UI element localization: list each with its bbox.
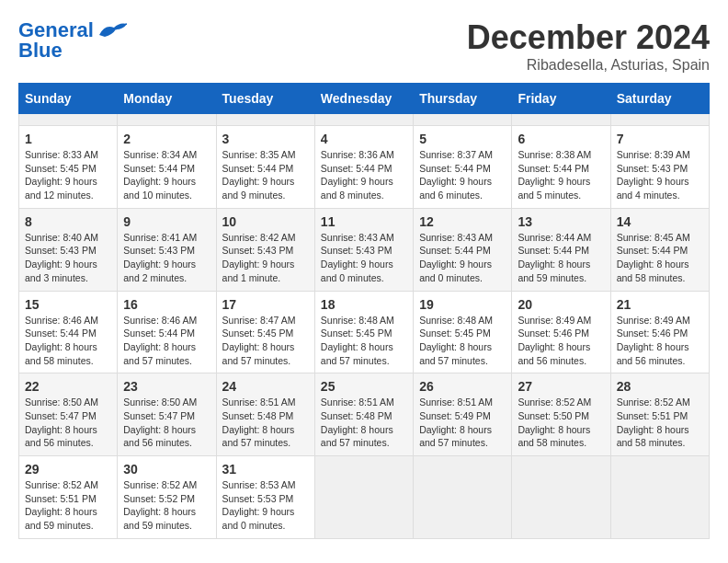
- day-number: 11: [321, 214, 407, 229]
- day-content: Sunrise: 8:42 AMSunset: 5:43 PMDaylight:…: [222, 231, 309, 285]
- day-cell: 8Sunrise: 8:40 AMSunset: 5:43 PMDaylight…: [19, 208, 118, 291]
- day-content: Sunrise: 8:35 AMSunset: 5:44 PMDaylight:…: [222, 148, 309, 202]
- day-content: Sunrise: 8:43 AMSunset: 5:44 PMDaylight:…: [419, 231, 506, 285]
- day-content: Sunrise: 8:46 AMSunset: 5:44 PMDaylight:…: [123, 314, 210, 368]
- day-cell: [610, 456, 709, 539]
- day-number: 9: [123, 214, 210, 229]
- day-cell: [414, 456, 512, 539]
- day-cell: 1Sunrise: 8:33 AMSunset: 5:45 PMDaylight…: [19, 126, 118, 209]
- logo-bird-icon: [96, 20, 129, 40]
- day-number: 10: [222, 214, 309, 229]
- day-content: Sunrise: 8:47 AMSunset: 5:45 PMDaylight:…: [222, 314, 309, 368]
- day-content: Sunrise: 8:51 AMSunset: 5:48 PMDaylight:…: [222, 396, 309, 450]
- day-content: Sunrise: 8:48 AMSunset: 5:45 PMDaylight:…: [321, 314, 407, 368]
- day-number: 1: [25, 132, 111, 146]
- header-monday: Monday: [118, 84, 216, 114]
- day-number: 20: [518, 297, 604, 312]
- day-cell: 24Sunrise: 8:51 AMSunset: 5:48 PMDayligh…: [216, 373, 314, 456]
- day-cell: [19, 114, 118, 126]
- day-content: Sunrise: 8:50 AMSunset: 5:47 PMDaylight:…: [25, 396, 111, 450]
- header-wednesday: Wednesday: [314, 84, 413, 114]
- month-title: December 2024: [467, 18, 710, 57]
- week-row-1: 1Sunrise: 8:33 AMSunset: 5:45 PMDaylight…: [19, 126, 710, 209]
- day-number: 5: [419, 132, 506, 146]
- day-cell: 14Sunrise: 8:45 AMSunset: 5:44 PMDayligh…: [610, 208, 709, 291]
- day-cell: 26Sunrise: 8:51 AMSunset: 5:49 PMDayligh…: [414, 373, 512, 456]
- header-friday: Friday: [512, 84, 610, 114]
- day-cell: 13Sunrise: 8:44 AMSunset: 5:44 PMDayligh…: [512, 208, 610, 291]
- day-number: 13: [518, 214, 604, 229]
- day-number: 2: [123, 132, 210, 146]
- day-cell: [216, 114, 314, 126]
- day-number: 31: [222, 462, 309, 477]
- day-cell: 29Sunrise: 8:52 AMSunset: 5:51 PMDayligh…: [19, 456, 118, 539]
- day-cell: 9Sunrise: 8:41 AMSunset: 5:43 PMDaylight…: [118, 208, 216, 291]
- day-content: Sunrise: 8:52 AMSunset: 5:51 PMDaylight:…: [617, 396, 703, 450]
- day-cell: 19Sunrise: 8:48 AMSunset: 5:45 PMDayligh…: [414, 291, 512, 373]
- day-number: 27: [518, 379, 604, 394]
- day-number: 26: [419, 379, 506, 394]
- day-number: 18: [321, 297, 407, 312]
- week-row-3: 15Sunrise: 8:46 AMSunset: 5:44 PMDayligh…: [19, 291, 710, 373]
- day-cell: 17Sunrise: 8:47 AMSunset: 5:45 PMDayligh…: [216, 291, 314, 373]
- day-content: Sunrise: 8:44 AMSunset: 5:44 PMDaylight:…: [518, 231, 604, 285]
- day-cell: 18Sunrise: 8:48 AMSunset: 5:45 PMDayligh…: [314, 291, 413, 373]
- day-cell: 25Sunrise: 8:51 AMSunset: 5:48 PMDayligh…: [314, 373, 413, 456]
- week-row-5: 29Sunrise: 8:52 AMSunset: 5:51 PMDayligh…: [19, 456, 710, 539]
- logo-blue-text: Blue: [18, 39, 63, 63]
- week-row-4: 22Sunrise: 8:50 AMSunset: 5:47 PMDayligh…: [19, 373, 710, 456]
- day-number: 15: [25, 297, 111, 312]
- day-content: Sunrise: 8:39 AMSunset: 5:43 PMDaylight:…: [617, 148, 703, 202]
- day-content: Sunrise: 8:41 AMSunset: 5:43 PMDaylight:…: [123, 231, 210, 285]
- calendar-header-row: SundayMondayTuesdayWednesdayThursdayFrid…: [19, 84, 710, 114]
- day-content: Sunrise: 8:38 AMSunset: 5:44 PMDaylight:…: [518, 148, 604, 202]
- day-cell: 10Sunrise: 8:42 AMSunset: 5:43 PMDayligh…: [216, 208, 314, 291]
- day-cell: 23Sunrise: 8:50 AMSunset: 5:47 PMDayligh…: [118, 373, 216, 456]
- day-content: Sunrise: 8:46 AMSunset: 5:44 PMDaylight:…: [25, 314, 111, 368]
- day-cell: 3Sunrise: 8:35 AMSunset: 5:44 PMDaylight…: [216, 126, 314, 209]
- day-cell: 30Sunrise: 8:52 AMSunset: 5:52 PMDayligh…: [118, 456, 216, 539]
- day-cell: [512, 114, 610, 126]
- day-cell: 7Sunrise: 8:39 AMSunset: 5:43 PMDaylight…: [610, 126, 709, 209]
- day-content: Sunrise: 8:40 AMSunset: 5:43 PMDaylight:…: [25, 231, 111, 285]
- day-content: Sunrise: 8:51 AMSunset: 5:48 PMDaylight:…: [321, 396, 407, 450]
- day-number: 14: [617, 214, 703, 229]
- day-cell: [610, 114, 709, 126]
- day-cell: 5Sunrise: 8:37 AMSunset: 5:44 PMDaylight…: [414, 126, 512, 209]
- day-cell: 2Sunrise: 8:34 AMSunset: 5:44 PMDaylight…: [118, 126, 216, 209]
- day-cell: [512, 456, 610, 539]
- day-number: 29: [25, 462, 111, 477]
- header-thursday: Thursday: [414, 84, 512, 114]
- day-content: Sunrise: 8:52 AMSunset: 5:50 PMDaylight:…: [518, 396, 604, 450]
- day-cell: 20Sunrise: 8:49 AMSunset: 5:46 PMDayligh…: [512, 291, 610, 373]
- day-cell: 11Sunrise: 8:43 AMSunset: 5:43 PMDayligh…: [314, 208, 413, 291]
- day-number: 25: [321, 379, 407, 394]
- day-content: Sunrise: 8:51 AMSunset: 5:49 PMDaylight:…: [419, 396, 506, 450]
- day-content: Sunrise: 8:48 AMSunset: 5:45 PMDaylight:…: [419, 314, 506, 368]
- day-number: 23: [123, 379, 210, 394]
- day-content: Sunrise: 8:52 AMSunset: 5:51 PMDaylight:…: [25, 478, 111, 533]
- day-number: 21: [617, 297, 703, 312]
- day-cell: 31Sunrise: 8:53 AMSunset: 5:53 PMDayligh…: [216, 456, 314, 539]
- header-sunday: Sunday: [19, 84, 118, 114]
- day-number: 17: [222, 297, 309, 312]
- day-number: 7: [617, 132, 703, 146]
- day-cell: 16Sunrise: 8:46 AMSunset: 5:44 PMDayligh…: [118, 291, 216, 373]
- day-cell: 28Sunrise: 8:52 AMSunset: 5:51 PMDayligh…: [610, 373, 709, 456]
- day-cell: [118, 114, 216, 126]
- day-number: 19: [419, 297, 506, 312]
- day-number: 3: [222, 132, 309, 146]
- day-cell: 22Sunrise: 8:50 AMSunset: 5:47 PMDayligh…: [19, 373, 118, 456]
- day-number: 28: [617, 379, 703, 394]
- title-block: December 2024 Ribadesella, Asturias, Spa…: [467, 18, 710, 74]
- day-number: 16: [123, 297, 210, 312]
- day-content: Sunrise: 8:34 AMSunset: 5:44 PMDaylight:…: [123, 148, 210, 202]
- day-content: Sunrise: 8:49 AMSunset: 5:46 PMDaylight:…: [617, 314, 703, 368]
- day-content: Sunrise: 8:33 AMSunset: 5:45 PMDaylight:…: [25, 148, 111, 202]
- day-number: 30: [123, 462, 210, 477]
- day-number: 22: [25, 379, 111, 394]
- day-number: 12: [419, 214, 506, 229]
- day-number: 8: [25, 214, 111, 229]
- header-tuesday: Tuesday: [216, 84, 314, 114]
- day-cell: 27Sunrise: 8:52 AMSunset: 5:50 PMDayligh…: [512, 373, 610, 456]
